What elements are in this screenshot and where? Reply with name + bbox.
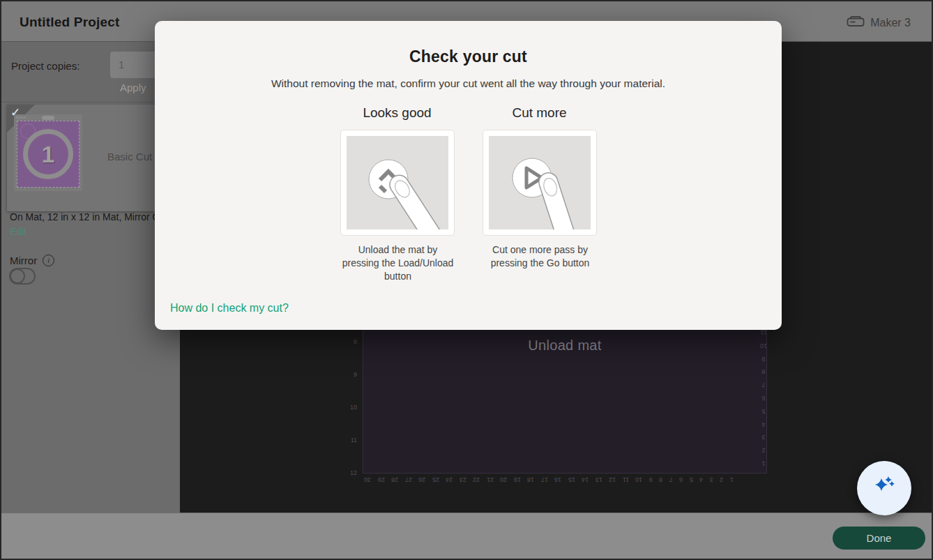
done-button[interactable]: Done xyxy=(833,527,925,550)
cut-more-card[interactable] xyxy=(483,130,597,236)
cut-type-label: Basic Cut xyxy=(107,151,152,162)
looks-good-card[interactable] xyxy=(340,130,455,236)
options-row: Looks good xyxy=(155,105,782,283)
option-cut-more: Cut more xyxy=(483,105,597,283)
ai-assistant-button[interactable] xyxy=(857,461,911,515)
project-title: Untitled Project xyxy=(20,15,120,30)
mat-thumbnail[interactable]: cricut 1 xyxy=(14,114,82,191)
toggle-knob xyxy=(10,268,25,284)
project-copies-label: Project copies: xyxy=(11,60,79,72)
app-window: Untitled Project Maker 3 Project copies:… xyxy=(0,0,933,560)
sidebar: Project copies: 1 Apply ✓ cricut 1 xyxy=(1,42,180,515)
mirror-toggle[interactable] xyxy=(9,268,36,285)
go-button-icon xyxy=(489,136,591,229)
footer-bar: Done xyxy=(1,513,932,559)
copies-value: 1 xyxy=(119,59,124,70)
info-icon[interactable]: i xyxy=(43,255,54,266)
mirror-label: Mirror xyxy=(10,255,37,266)
sparkles-icon xyxy=(869,472,900,505)
help-link[interactable]: How do I check my cut? xyxy=(170,302,289,315)
mirror-row: Mirror i xyxy=(10,255,54,266)
mat-artwork: 1 xyxy=(17,121,79,188)
option-caption: Unload the mat by pressing the Load/Unlo… xyxy=(340,243,456,283)
load-unload-button-icon xyxy=(347,136,448,229)
modal-title: Check your cut xyxy=(155,47,782,66)
option-looks-good: Looks good xyxy=(340,105,455,283)
ruler-bottom: 3029282726252423222120191817161514131211… xyxy=(364,476,734,484)
mat-card[interactable]: ✓ cricut 1 Basic Cut xyxy=(7,105,174,211)
mat-step-number: 1 xyxy=(17,121,79,187)
machine-label: Maker 3 xyxy=(870,17,911,29)
apply-button[interactable]: Apply xyxy=(120,82,146,93)
mat-status-text: Unload mat xyxy=(363,338,767,354)
project-copies-toolbar: Project copies: 1 Apply xyxy=(1,42,180,103)
ruler-left: 89101112 xyxy=(346,338,357,477)
edit-link[interactable]: Edit xyxy=(10,226,26,237)
mat-grip-tab xyxy=(42,116,54,120)
machine-selector[interactable]: Maker 3 xyxy=(847,15,911,30)
option-caption: Cut one more pass by pressing the Go but… xyxy=(483,243,598,270)
option-label: Cut more xyxy=(483,105,597,121)
mat-brand-label: cricut xyxy=(16,115,26,119)
ruler-right: 1110987654321 xyxy=(759,328,768,468)
modal-subtitle: Without removing the mat, confirm your c… xyxy=(155,77,782,90)
option-label: Looks good xyxy=(340,105,455,121)
machine-icon xyxy=(847,15,865,30)
check-your-cut-modal: Check your cut Without removing the mat,… xyxy=(155,21,782,330)
